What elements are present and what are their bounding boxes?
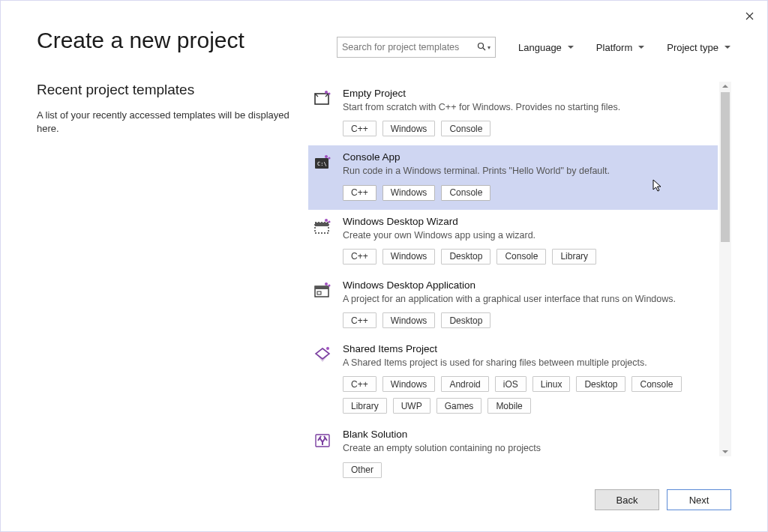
template-description: A Shared Items project is used for shari… — [343, 357, 710, 369]
template-tags: C++WindowsConsole — [343, 185, 710, 201]
template-title: Windows Desktop Wizard — [343, 216, 710, 227]
search-input[interactable] — [342, 42, 474, 52]
template-tag: Console — [441, 121, 490, 136]
svg-line-1 — [483, 48, 485, 50]
filter-project-type[interactable]: Project type — [667, 42, 730, 53]
template-description: Start from scratch with C++ for Windows.… — [343, 101, 710, 113]
template-list: Empty ProjectStart from scratch with C++… — [308, 82, 718, 456]
template-tags: C++WindowsConsole — [343, 121, 710, 136]
template-tags: C++WindowsDesktop — [343, 312, 710, 328]
template-item[interactable]: Empty ProjectStart from scratch with C++… — [308, 82, 718, 145]
template-tag: Windows — [382, 185, 436, 201]
template-tag: C++ — [343, 312, 376, 328]
filter-language-label: Language — [518, 42, 562, 53]
template-tag: Games — [436, 398, 482, 414]
svg-point-8 — [328, 157, 331, 160]
template-tag: Console — [441, 185, 490, 201]
blank-solution-icon — [313, 430, 332, 450]
template-tag: Mobile — [488, 398, 530, 414]
template-description: Create an empty solution containing no p… — [343, 442, 710, 454]
svg-rect-14 — [315, 286, 328, 289]
svg-rect-10 — [315, 223, 328, 226]
console-app-icon: C:\ — [313, 153, 332, 172]
close-button[interactable] — [740, 7, 758, 25]
template-tag: Windows — [382, 249, 436, 265]
template-tag: Library — [552, 249, 596, 265]
template-tag: Windows — [382, 312, 436, 328]
svg-point-17 — [328, 284, 331, 286]
scroll-up-icon[interactable] — [722, 85, 728, 88]
svg-rect-15 — [317, 291, 321, 294]
template-tag: Android — [441, 376, 488, 392]
template-tag: Desktop — [441, 249, 490, 265]
scrollbar[interactable] — [719, 82, 731, 456]
template-item[interactable]: Windows Desktop ApplicationA project for… — [308, 273, 718, 337]
template-tags: C++WindowsDesktopConsoleLibrary — [343, 249, 710, 265]
recent-templates-title: Recent project templates — [37, 82, 293, 98]
svg-point-12 — [328, 220, 331, 223]
svg-point-4 — [328, 93, 331, 95]
template-title: Windows Desktop Application — [343, 279, 710, 291]
template-title: Empty Project — [343, 88, 710, 99]
page-title: Create a new project — [37, 28, 307, 53]
filter-platform[interactable]: Platform — [596, 42, 644, 53]
close-icon — [746, 12, 754, 20]
chevron-down-icon — [568, 46, 574, 49]
template-tag: C++ — [343, 185, 376, 201]
svg-point-7 — [325, 155, 328, 158]
search-chevron-icon: ▾ — [488, 44, 490, 51]
search-icon — [477, 42, 486, 53]
template-tag: Windows — [382, 376, 436, 392]
template-tags: Other — [343, 462, 710, 478]
template-tags: C++WindowsAndroidiOSLinuxDesktopConsoleL… — [343, 376, 710, 414]
template-tag: Console — [496, 249, 546, 265]
template-item[interactable]: Windows Desktop WizardCreate your own Wi… — [308, 210, 718, 273]
wizard-icon — [313, 217, 332, 237]
next-button[interactable]: Next — [667, 489, 731, 510]
svg-text:C:\: C:\ — [317, 161, 327, 167]
svg-point-3 — [325, 91, 328, 94]
template-tag: Library — [343, 398, 387, 414]
template-tag: Console — [632, 376, 681, 392]
template-tag: iOS — [495, 376, 526, 392]
template-tag: UWP — [393, 398, 430, 414]
template-item[interactable]: Blank SolutionCreate an empty solution c… — [308, 423, 718, 486]
svg-point-11 — [325, 219, 328, 222]
recent-templates-description: A list of your recently accessed templat… — [37, 109, 293, 135]
template-description: Create your own Windows app using a wiza… — [343, 229, 710, 241]
template-tag: Desktop — [441, 312, 490, 328]
desktop-app-icon — [313, 281, 332, 300]
chevron-down-icon — [638, 46, 644, 49]
search-box[interactable]: ▾ — [337, 37, 496, 58]
template-description: A project for an application with a grap… — [343, 293, 710, 305]
scroll-down-icon[interactable] — [722, 450, 728, 453]
filter-platform-label: Platform — [596, 42, 632, 53]
chevron-down-icon — [724, 46, 730, 49]
template-item[interactable]: Shared Items ProjectA Shared Items proje… — [308, 337, 718, 423]
template-tag: C++ — [343, 121, 376, 136]
empty-project-icon — [313, 89, 332, 109]
svg-point-16 — [325, 282, 328, 285]
template-tag: Desktop — [576, 376, 626, 392]
svg-point-0 — [478, 43, 484, 48]
template-tag: C++ — [343, 249, 376, 265]
template-item[interactable]: C:\Console AppRun code in a Windows term… — [308, 145, 718, 209]
template-tag: C++ — [343, 376, 376, 392]
svg-point-18 — [326, 347, 329, 350]
template-title: Blank Solution — [343, 429, 710, 440]
template-description: Run code in a Windows terminal. Prints "… — [343, 165, 710, 177]
template-tag: Other — [343, 462, 382, 478]
template-tag: Windows — [382, 121, 436, 136]
back-button[interactable]: Back — [595, 489, 659, 510]
shared-items-icon — [313, 345, 332, 364]
template-title: Shared Items Project — [343, 343, 710, 354]
filter-language[interactable]: Language — [518, 42, 574, 53]
template-title: Console App — [343, 151, 710, 163]
scroll-thumb[interactable] — [721, 92, 730, 242]
filter-project-type-label: Project type — [667, 42, 718, 53]
template-tag: Linux — [532, 376, 571, 392]
